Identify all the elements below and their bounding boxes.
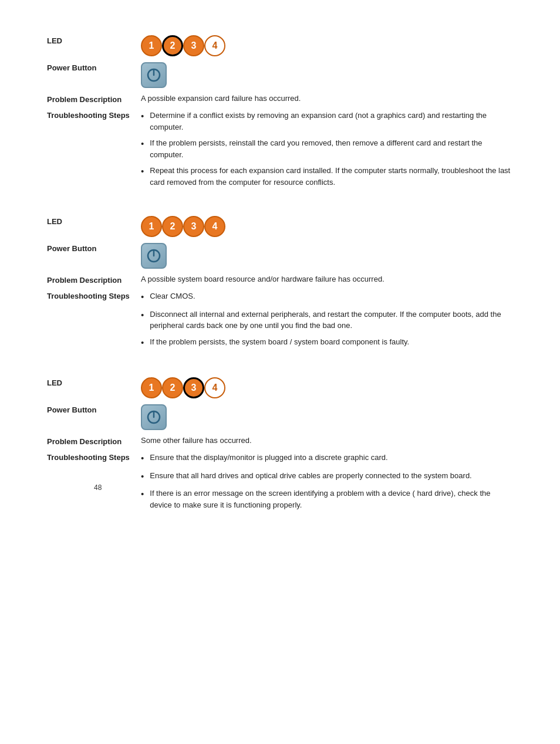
power-icon-3 <box>146 410 161 425</box>
troubleshooting-content-3: Ensure that the display/monitor is plugg… <box>141 452 513 515</box>
bullet-list-1: Determine if a conflict exists by removi… <box>141 110 513 188</box>
list-item: Ensure that all hard drives and optical … <box>141 470 513 483</box>
section-1: LED 1 2 3 4 Power Button <box>47 35 513 192</box>
power-button-1 <box>141 62 513 88</box>
troubleshooting-row-1: Troubleshooting Steps Determine if a con… <box>47 110 513 192</box>
troubleshooting-content-2: Clear CMOS. Disconnect all internal and … <box>141 290 513 354</box>
list-item: Determine if a conflict exists by removi… <box>141 110 513 133</box>
led-3-circle-3: 3 <box>183 377 204 398</box>
led-2-circle-1: 1 <box>141 216 162 237</box>
led-1-circle-1: 1 <box>141 35 162 56</box>
led-icons-3: 1 2 3 4 <box>141 377 513 398</box>
problem-text-1: A possible expansion card failure has oc… <box>141 94 513 103</box>
power-icon-1 <box>146 67 161 83</box>
led-row-1: LED 1 2 3 4 <box>47 35 513 56</box>
power-button-2 <box>141 243 513 269</box>
led-row-2: LED 1 2 3 4 <box>47 216 513 237</box>
power-row-3: Power Button <box>47 404 513 430</box>
led-icons-2: 1 2 3 4 <box>141 216 513 237</box>
list-item: If the problem persists, the system boar… <box>141 336 513 350</box>
list-item: Disconnect all internal and external per… <box>141 309 513 332</box>
list-item: Ensure that the display/monitor is plugg… <box>141 452 513 465</box>
troubleshooting-label-2: Troubleshooting Steps <box>47 290 141 300</box>
bullet-list-2: Clear CMOS. Disconnect all internal and … <box>141 290 513 349</box>
led-2-circle-3: 3 <box>183 216 204 237</box>
power-label-1: Power Button <box>47 62 141 72</box>
troubleshooting-label-3: Troubleshooting Steps <box>47 452 141 462</box>
power-icon-2 <box>146 248 161 263</box>
power-row-2: Power Button <box>47 243 513 269</box>
led-3-circle-4: 4 <box>204 377 225 398</box>
troubleshooting-content-1: Determine if a conflict exists by removi… <box>141 110 513 192</box>
led-label-2: LED <box>47 216 141 226</box>
list-item: If there is an error message on the scre… <box>141 488 513 510</box>
led-3-circle-1: 1 <box>141 377 162 398</box>
problem-text-2: A possible system board resource and/or … <box>141 275 513 283</box>
problem-row-1: Problem Description A possible expansion… <box>47 94 513 104</box>
led-row-3: LED 1 2 3 4 <box>47 377 513 398</box>
list-item: Clear CMOS. <box>141 290 513 304</box>
section-3: LED 1 2 3 4 Power Button <box>47 377 513 515</box>
problem-row-2: Problem Description A possible system bo… <box>47 275 513 285</box>
led-icons-1: 1 2 3 4 <box>141 35 513 56</box>
led-3-circle-2: 2 <box>162 377 183 398</box>
troubleshooting-row-3: Troubleshooting Steps Ensure that the di… <box>47 452 513 515</box>
led-1-circle-4: 4 <box>204 35 225 56</box>
problem-label-2: Problem Description <box>47 275 141 285</box>
problem-label-3: Problem Description <box>47 436 141 446</box>
led-1-circle-2: 2 <box>162 35 183 56</box>
bullet-list-3: Ensure that the display/monitor is plugg… <box>141 452 513 510</box>
problem-row-3: Problem Description Some other failure h… <box>47 436 513 446</box>
problem-label-1: Problem Description <box>47 94 141 104</box>
power-label-3: Power Button <box>47 404 141 414</box>
led-2-circle-4: 4 <box>204 216 225 237</box>
page-number: 48 <box>94 483 102 492</box>
power-button-3 <box>141 404 513 430</box>
led-2-circle-2: 2 <box>162 216 183 237</box>
list-item: Repeat this process for each expansion c… <box>141 165 513 188</box>
troubleshooting-label-1: Troubleshooting Steps <box>47 110 141 120</box>
led-label-3: LED <box>47 377 141 387</box>
led-label-1: LED <box>47 35 141 45</box>
led-1-circle-3: 3 <box>183 35 204 56</box>
power-row-1: Power Button <box>47 62 513 88</box>
problem-text-3: Some other failure has occurred. <box>141 436 513 445</box>
troubleshooting-row-2: Troubleshooting Steps Clear CMOS. Discon… <box>47 290 513 354</box>
section-2: LED 1 2 3 4 Power Button <box>47 216 513 354</box>
power-label-2: Power Button <box>47 243 141 253</box>
list-item: If the problem persists, reinstall the c… <box>141 137 513 160</box>
